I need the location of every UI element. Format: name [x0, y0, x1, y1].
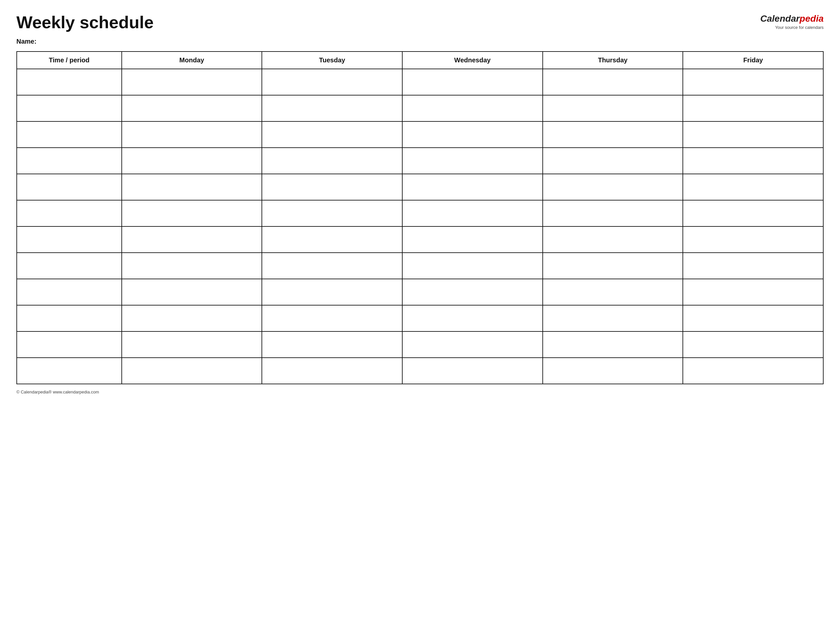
col-header-monday: Monday: [122, 52, 262, 69]
time-cell[interactable]: [17, 253, 122, 279]
day-cell[interactable]: [683, 358, 823, 384]
day-cell[interactable]: [122, 253, 262, 279]
day-cell[interactable]: [402, 253, 543, 279]
day-cell[interactable]: [262, 358, 402, 384]
day-cell[interactable]: [543, 200, 683, 226]
table-row: [17, 200, 823, 226]
logo-calendar: Calendar: [760, 13, 800, 24]
time-cell[interactable]: [17, 122, 122, 148]
day-cell[interactable]: [402, 122, 543, 148]
logo-subtitle: Your source for calendars: [775, 25, 824, 30]
day-cell[interactable]: [122, 305, 262, 331]
day-cell[interactable]: [543, 279, 683, 305]
time-cell[interactable]: [17, 331, 122, 358]
logo-text: Calendarpedia: [760, 13, 824, 24]
day-cell[interactable]: [683, 174, 823, 200]
day-cell[interactable]: [402, 226, 543, 253]
day-cell[interactable]: [262, 174, 402, 200]
day-cell[interactable]: [543, 174, 683, 200]
table-row: [17, 305, 823, 331]
day-cell[interactable]: [543, 358, 683, 384]
day-cell[interactable]: [683, 69, 823, 95]
day-cell[interactable]: [402, 279, 543, 305]
day-cell[interactable]: [262, 305, 402, 331]
footer-text: © Calendarpedia® www.calendarpedia.com: [16, 390, 99, 395]
time-cell[interactable]: [17, 358, 122, 384]
table-row: [17, 253, 823, 279]
table-header-row: Time / period Monday Tuesday Wednesday T…: [17, 52, 823, 69]
time-cell[interactable]: [17, 95, 122, 122]
table-row: [17, 69, 823, 95]
day-cell[interactable]: [262, 122, 402, 148]
col-header-wednesday: Wednesday: [402, 52, 543, 69]
day-cell[interactable]: [122, 226, 262, 253]
logo-pedia: pedia: [800, 13, 824, 24]
time-cell[interactable]: [17, 279, 122, 305]
day-cell[interactable]: [683, 122, 823, 148]
day-cell[interactable]: [543, 331, 683, 358]
day-cell[interactable]: [262, 200, 402, 226]
day-cell[interactable]: [122, 174, 262, 200]
day-cell[interactable]: [402, 95, 543, 122]
day-cell[interactable]: [402, 69, 543, 95]
time-cell[interactable]: [17, 148, 122, 174]
day-cell[interactable]: [402, 358, 543, 384]
day-cell[interactable]: [543, 226, 683, 253]
day-cell[interactable]: [402, 331, 543, 358]
page-header: Weekly schedule Calendarpedia Your sourc…: [16, 13, 824, 32]
footer: © Calendarpedia® www.calendarpedia.com: [16, 390, 824, 395]
table-row: [17, 122, 823, 148]
day-cell[interactable]: [683, 148, 823, 174]
day-cell[interactable]: [402, 200, 543, 226]
day-cell[interactable]: [262, 95, 402, 122]
day-cell[interactable]: [683, 95, 823, 122]
day-cell[interactable]: [122, 95, 262, 122]
day-cell[interactable]: [122, 200, 262, 226]
time-cell[interactable]: [17, 174, 122, 200]
day-cell[interactable]: [122, 279, 262, 305]
day-cell[interactable]: [543, 69, 683, 95]
time-cell[interactable]: [17, 69, 122, 95]
day-cell[interactable]: [262, 148, 402, 174]
day-cell[interactable]: [262, 253, 402, 279]
table-row: [17, 226, 823, 253]
page-title: Weekly schedule: [16, 13, 153, 32]
name-label: Name:: [16, 38, 824, 45]
col-header-friday: Friday: [683, 52, 823, 69]
time-cell[interactable]: [17, 226, 122, 253]
day-cell[interactable]: [122, 122, 262, 148]
day-cell[interactable]: [543, 148, 683, 174]
time-cell[interactable]: [17, 305, 122, 331]
time-cell[interactable]: [17, 200, 122, 226]
day-cell[interactable]: [683, 226, 823, 253]
day-cell[interactable]: [262, 331, 402, 358]
day-cell[interactable]: [683, 279, 823, 305]
day-cell[interactable]: [122, 69, 262, 95]
day-cell[interactable]: [402, 305, 543, 331]
day-cell[interactable]: [122, 331, 262, 358]
day-cell[interactable]: [262, 279, 402, 305]
day-cell[interactable]: [683, 331, 823, 358]
table-row: [17, 95, 823, 122]
day-cell[interactable]: [543, 253, 683, 279]
logo-area: Calendarpedia Your source for calendars: [760, 13, 824, 30]
schedule-table: Time / period Monday Tuesday Wednesday T…: [16, 51, 824, 384]
table-row: [17, 148, 823, 174]
day-cell[interactable]: [543, 95, 683, 122]
day-cell[interactable]: [262, 69, 402, 95]
day-cell[interactable]: [543, 305, 683, 331]
col-header-tuesday: Tuesday: [262, 52, 402, 69]
day-cell[interactable]: [262, 226, 402, 253]
day-cell[interactable]: [543, 122, 683, 148]
table-row: [17, 174, 823, 200]
day-cell[interactable]: [402, 174, 543, 200]
day-cell[interactable]: [402, 148, 543, 174]
table-row: [17, 279, 823, 305]
day-cell[interactable]: [683, 253, 823, 279]
day-cell[interactable]: [683, 305, 823, 331]
day-cell[interactable]: [122, 148, 262, 174]
col-header-thursday: Thursday: [543, 52, 683, 69]
day-cell[interactable]: [683, 200, 823, 226]
table-row: [17, 331, 823, 358]
day-cell[interactable]: [122, 358, 262, 384]
